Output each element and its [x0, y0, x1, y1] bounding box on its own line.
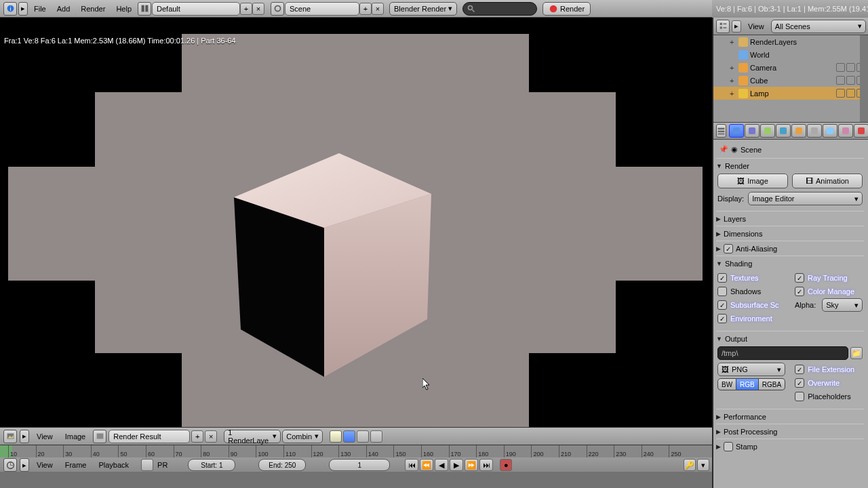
editor-type-timeline-icon[interactable] — [3, 458, 17, 472]
editor-type-image-icon[interactable] — [3, 430, 17, 443]
channel-alpha-icon[interactable] — [357, 430, 369, 443]
keyframe-prev-icon[interactable]: ⏪ — [420, 459, 433, 471]
mode-rgb[interactable]: RGB — [736, 378, 759, 390]
pin-icon[interactable]: 📌 — [719, 145, 728, 154]
display-mode-select[interactable]: Image Editor▾ — [748, 192, 863, 205]
textures-checkbox[interactable] — [717, 273, 727, 283]
prop-tab-modifier[interactable] — [823, 124, 837, 138]
raytracing-checkbox[interactable] — [795, 273, 804, 283]
timeline-ruler[interactable]: 1020304050607080901001101201301401501601… — [0, 445, 712, 458]
imged-menu-image[interactable]: Image — [60, 429, 92, 444]
outliner-item-cube[interactable]: +Cube — [713, 74, 868, 87]
image-add-icon[interactable]: + — [191, 430, 203, 443]
colormanage-checkbox[interactable] — [795, 287, 804, 296]
color-mode-segment[interactable]: BW RGB RGBA — [717, 378, 785, 390]
outliner-filter-select[interactable]: All Scenes▾ — [771, 20, 866, 33]
menu-help[interactable]: Help — [111, 1, 137, 16]
timeline-menu-playback[interactable]: Playback — [93, 458, 134, 472]
panel-shading-header[interactable]: ▼Shading — [716, 256, 864, 269]
prop-tab-constraint[interactable] — [807, 124, 822, 138]
image-name-field[interactable]: Render Result — [108, 430, 190, 443]
twisty-icon[interactable]: + — [730, 38, 736, 46]
panel-dimensions-header[interactable]: ▶Dimensions — [716, 226, 864, 239]
collapse-icon[interactable]: ▸ — [20, 458, 29, 472]
prop-tab-material[interactable] — [854, 124, 868, 138]
timeline-menu-frame[interactable]: Frame — [60, 458, 92, 472]
env-checkbox[interactable] — [717, 314, 727, 323]
mode-rgba[interactable]: RGBA — [759, 378, 785, 390]
outliner-item-lamp[interactable]: +Lamp — [713, 87, 868, 100]
collapse-icon[interactable]: ▸ — [18, 2, 28, 16]
scene-browse-icon[interactable] — [271, 2, 284, 16]
aa-checkbox[interactable] — [724, 244, 733, 253]
jump-start-icon[interactable]: ⏮ — [405, 459, 418, 471]
menu-file[interactable]: File — [28, 1, 52, 16]
layout-browse-icon[interactable] — [138, 2, 151, 16]
channel-rgb-icon[interactable] — [330, 430, 342, 443]
play-icon[interactable]: ▶ — [450, 459, 463, 471]
placeholders-checkbox[interactable] — [795, 392, 804, 401]
scene-add-icon[interactable]: + — [359, 3, 372, 15]
restrict-select-icon[interactable] — [846, 89, 855, 98]
outliner-item-world[interactable]: World — [713, 48, 868, 61]
twisty-icon[interactable]: + — [730, 89, 736, 98]
prop-tab-layers[interactable] — [745, 124, 760, 138]
scene-del-icon[interactable]: × — [372, 3, 384, 15]
mode-bw[interactable]: BW — [717, 378, 736, 390]
autokey-record-icon[interactable]: ● — [500, 459, 512, 471]
overwrite-checkbox[interactable] — [795, 378, 804, 388]
folder-browse-icon[interactable]: 📁 — [850, 347, 863, 359]
stamp-checkbox[interactable] — [724, 442, 733, 451]
current-frame-field[interactable]: 1 — [329, 459, 390, 471]
panel-render-header[interactable]: ▼Render — [716, 158, 864, 171]
timeline-menu-view[interactable]: View — [31, 458, 58, 472]
restrict-view-icon[interactable] — [836, 89, 845, 98]
keying-set-icon[interactable]: ▾ — [697, 459, 709, 471]
outliner-menu-view[interactable]: View — [743, 19, 770, 34]
render-button[interactable]: Render — [542, 2, 591, 16]
channel-rgba-icon[interactable] — [343, 430, 355, 443]
keyframe-next-icon[interactable]: ⏩ — [465, 459, 478, 471]
channel-z-icon[interactable] — [370, 430, 382, 443]
sss-checkbox[interactable] — [717, 300, 727, 310]
panel-aa-header[interactable]: ▶Anti-Aliasing — [716, 241, 864, 254]
jump-end-icon[interactable]: ⏭ — [479, 459, 493, 471]
twisty-icon[interactable]: + — [730, 77, 736, 85]
render-animation-button[interactable]: 🎞Animation — [792, 174, 863, 188]
search-input[interactable] — [462, 2, 537, 16]
menu-render[interactable]: Render — [75, 1, 111, 16]
shadows-checkbox[interactable] — [717, 287, 727, 296]
restrict-select-icon[interactable] — [846, 63, 855, 72]
image-del-icon[interactable]: × — [205, 430, 217, 443]
restrict-view-icon[interactable] — [836, 76, 845, 85]
fileext-checkbox[interactable] — [795, 365, 804, 374]
restrict-select-icon[interactable] — [846, 76, 855, 85]
panel-performance-header[interactable]: ▶Performance — [716, 409, 864, 422]
image-editor-viewport[interactable]: Fra:1 Ve:8 Fa:6 La:1 Mem:2.53M (18.66M) … — [0, 18, 712, 427]
prop-tab-object[interactable] — [791, 124, 806, 138]
sync-mode-icon[interactable]: 🔑 — [684, 459, 696, 471]
scene-field[interactable]: Scene — [285, 2, 359, 16]
collapse-icon[interactable]: ▸ — [732, 20, 741, 33]
preview-range-toggle[interactable] — [141, 459, 153, 471]
render-image-button[interactable]: 🖼Image — [717, 174, 788, 188]
alpha-mode-select[interactable]: Sky▾ — [822, 298, 863, 312]
prop-tab-world[interactable] — [776, 124, 791, 138]
layout-del-icon[interactable]: × — [252, 3, 264, 15]
screen-layout-field[interactable]: Default — [152, 2, 240, 16]
panel-output-header[interactable]: ▼Output — [716, 331, 864, 344]
imged-menu-view[interactable]: View — [31, 429, 58, 444]
panel-stamp-header[interactable]: ▶Stamp — [716, 439, 864, 452]
twisty-icon[interactable]: + — [730, 64, 736, 72]
editor-type-outliner-icon[interactable] — [716, 20, 730, 33]
collapse-icon[interactable]: ▸ — [20, 430, 29, 443]
layout-add-icon[interactable]: + — [240, 3, 252, 15]
panel-layers-header[interactable]: ▶Layers — [716, 211, 864, 224]
outliner-item-renderlayers[interactable]: +RenderLayers — [713, 35, 868, 48]
end-frame-field[interactable]: End: 250 — [258, 459, 306, 471]
render-engine-select[interactable]: Blender Render▾ — [389, 2, 457, 16]
prop-tab-scene[interactable] — [760, 124, 775, 138]
image-browse-icon[interactable] — [93, 430, 106, 443]
prop-tab-render[interactable] — [729, 124, 744, 138]
output-path-field[interactable]: /tmp\ — [717, 346, 848, 360]
